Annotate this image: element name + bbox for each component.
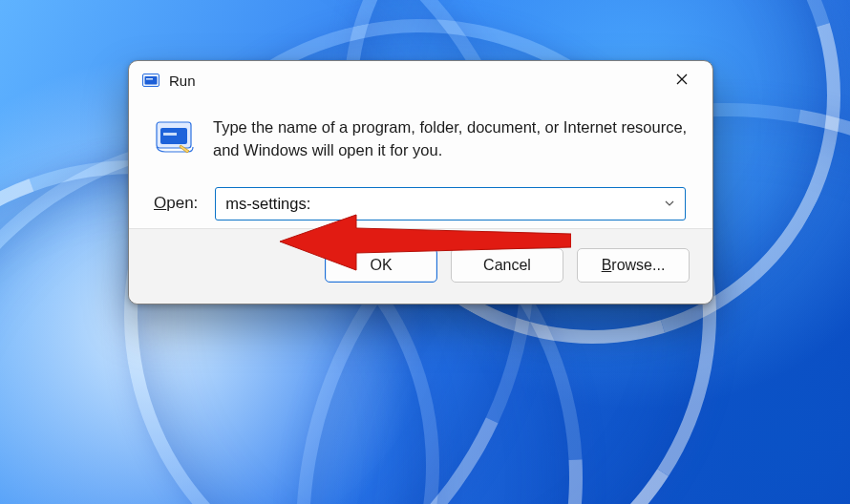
dialog-title: Run bbox=[169, 73, 196, 89]
dialog-footer: OK Cancel Browse... bbox=[129, 228, 712, 304]
svg-rect-5 bbox=[163, 133, 177, 136]
open-label: Open: bbox=[154, 194, 198, 213]
ok-button[interactable]: OK bbox=[325, 248, 437, 283]
close-icon bbox=[675, 73, 689, 89]
run-large-icon bbox=[154, 118, 196, 155]
svg-rect-4 bbox=[160, 128, 187, 144]
run-app-icon bbox=[142, 74, 159, 87]
cancel-button[interactable]: Cancel bbox=[451, 248, 563, 283]
close-button[interactable] bbox=[661, 65, 703, 95]
titlebar[interactable]: Run bbox=[129, 61, 712, 99]
open-combobox[interactable] bbox=[215, 187, 686, 220]
browse-button[interactable]: Browse... bbox=[577, 248, 690, 283]
run-dialog: Run Type the name of a program, folder, … bbox=[128, 60, 713, 304]
dialog-description: Type the name of a program, folder, docu… bbox=[213, 116, 688, 162]
svg-rect-1 bbox=[145, 76, 158, 85]
open-input[interactable] bbox=[215, 187, 686, 220]
svg-rect-2 bbox=[146, 78, 153, 80]
dialog-body: Type the name of a program, folder, docu… bbox=[129, 99, 712, 228]
